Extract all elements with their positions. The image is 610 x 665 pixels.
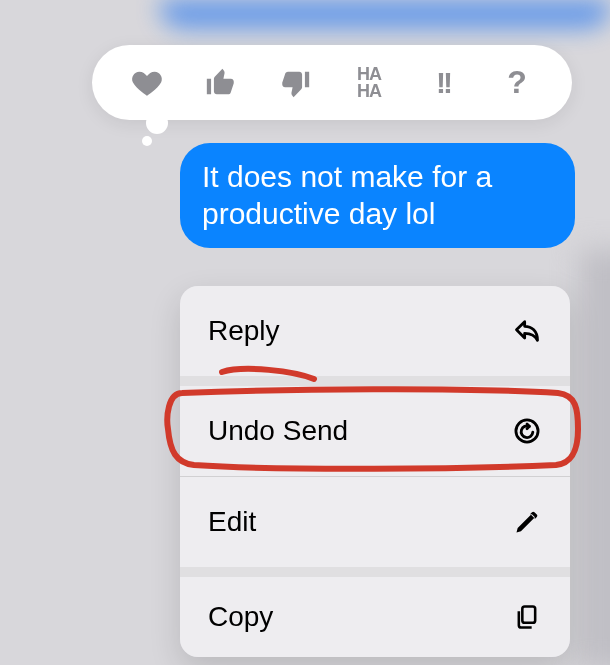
menu-label: Undo Send: [208, 415, 348, 447]
haha-icon[interactable]: HAHA: [349, 63, 389, 103]
reply-button[interactable]: Reply: [180, 286, 570, 376]
svg-rect-1: [522, 607, 535, 623]
copy-pages-icon: [512, 602, 542, 632]
message-text: It does not make for a productive day lo…: [202, 160, 492, 230]
tapback-bar: HAHA !! ?: [92, 45, 572, 120]
menu-label: Edit: [208, 506, 256, 538]
copy-button[interactable]: Copy: [180, 577, 570, 657]
sent-message-bubble[interactable]: It does not make for a productive day lo…: [180, 143, 575, 248]
undo-circle-icon: [512, 416, 542, 446]
pencil-icon: [512, 507, 542, 537]
menu-label: Reply: [208, 315, 280, 347]
question-icon[interactable]: ?: [497, 63, 537, 103]
blurred-prev-bubble: [160, 0, 610, 28]
message-context-menu: Reply Undo Send Edit Copy: [180, 286, 570, 657]
undo-send-button[interactable]: Undo Send: [180, 386, 570, 476]
tapback-tail: [146, 112, 168, 146]
thumbs-up-icon[interactable]: [201, 63, 241, 103]
reply-arrow-icon: [512, 316, 542, 346]
thumbs-down-icon[interactable]: [275, 63, 315, 103]
menu-label: Copy: [208, 601, 273, 633]
heart-icon[interactable]: [127, 63, 167, 103]
edit-button[interactable]: Edit: [180, 477, 570, 567]
exclaim-icon[interactable]: !!: [423, 63, 463, 103]
blurred-side: [580, 250, 610, 665]
